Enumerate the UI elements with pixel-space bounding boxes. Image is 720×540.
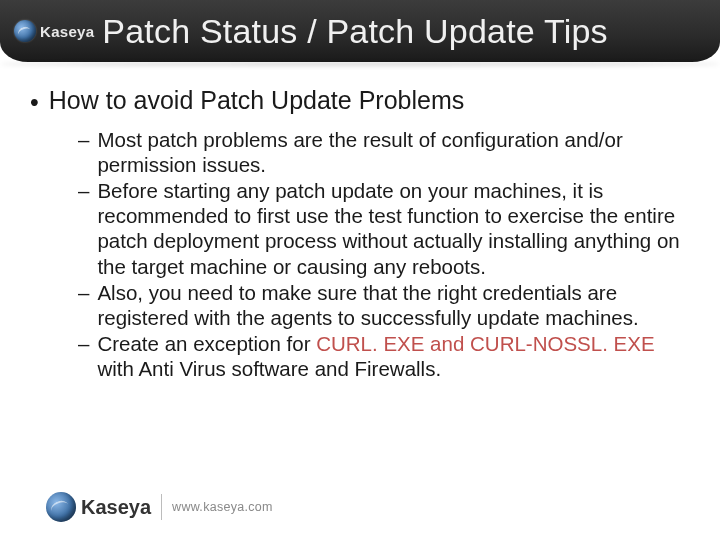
sublist: – Most patch problems are the result of … [30,127,686,382]
slide: Kaseya Patch Status / Patch Update Tips … [0,0,720,540]
bullet-level2: – Create an exception for CURL. EXE and … [78,331,686,381]
bullet-dot-icon: • [30,86,39,119]
dash-icon: – [78,127,89,177]
bullet-level2: – Also, you need to make sure that the r… [78,280,686,330]
bullet-level2-text: Also, you need to make sure that the rig… [97,280,686,330]
bullet-level1: • How to avoid Patch Update Problems [30,86,686,119]
slide-title: Patch Status / Patch Update Tips [102,12,607,51]
dash-icon: – [78,331,89,381]
swirl-icon [14,20,36,42]
footer-logo: Kaseya [46,492,151,522]
bullet-level2-text: Before starting any patch update on your… [97,178,686,279]
dash-icon: – [78,178,89,279]
bullet-level1-text: How to avoid Patch Update Problems [49,86,465,119]
bullet-level2: – Most patch problems are the result of … [78,127,686,177]
swirl-icon [46,492,76,522]
bullet-level2: – Before starting any patch update on yo… [78,178,686,279]
header-bar: Kaseya Patch Status / Patch Update Tips [0,0,720,62]
highlight-text: CURL. EXE and CURL-NOSSL. EXE [316,332,654,355]
footer: Kaseya www.kaseya.com [46,492,273,522]
header-logo: Kaseya [14,20,94,42]
bullet-level2-text: Most patch problems are the result of co… [97,127,686,177]
footer-url: www.kaseya.com [172,500,273,514]
content-area: • How to avoid Patch Update Problems – M… [0,62,720,382]
brand-name: Kaseya [40,23,94,40]
separator [161,494,162,520]
bullet-level2-text: Create an exception for CURL. EXE and CU… [97,331,686,381]
brand-name: Kaseya [81,496,151,519]
dash-icon: – [78,280,89,330]
